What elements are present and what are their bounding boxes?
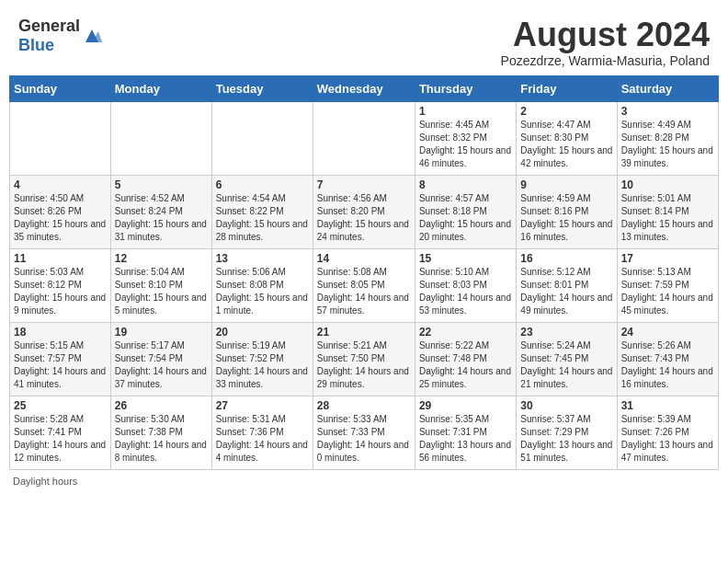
table-row: 4Sunrise: 4:50 AMSunset: 8:26 PMDaylight… bbox=[10, 175, 111, 248]
day-number: 11 bbox=[14, 252, 107, 265]
table-row: 21Sunrise: 5:21 AMSunset: 7:50 PMDayligh… bbox=[313, 322, 415, 396]
month-year-title: August 2024 bbox=[501, 17, 710, 53]
calendar-day-header: Tuesday bbox=[211, 75, 313, 101]
day-number: 3 bbox=[621, 105, 714, 118]
table-row: 29Sunrise: 5:35 AMSunset: 7:31 PMDayligh… bbox=[415, 396, 516, 469]
day-number: 20 bbox=[216, 326, 309, 339]
table-row: 5Sunrise: 4:52 AMSunset: 8:24 PMDaylight… bbox=[110, 175, 211, 248]
table-row: 17Sunrise: 5:13 AMSunset: 7:59 PMDayligh… bbox=[617, 248, 718, 322]
day-info: Sunrise: 5:01 AMSunset: 8:14 PMDaylight:… bbox=[621, 192, 714, 244]
day-number: 17 bbox=[621, 252, 714, 265]
calendar-week-row: 18Sunrise: 5:15 AMSunset: 7:57 PMDayligh… bbox=[10, 322, 719, 396]
day-number: 24 bbox=[621, 326, 714, 339]
day-number: 19 bbox=[115, 326, 208, 339]
day-number: 12 bbox=[115, 252, 208, 265]
day-info: Sunrise: 5:26 AMSunset: 7:43 PMDaylight:… bbox=[621, 339, 714, 391]
page-header: General Blue August 2024 Pozezdrze, Warm… bbox=[9, 9, 719, 72]
day-info: Sunrise: 5:04 AMSunset: 8:10 PMDaylight:… bbox=[115, 266, 208, 317]
day-number: 22 bbox=[419, 326, 512, 339]
day-number: 16 bbox=[520, 252, 612, 265]
day-info: Sunrise: 5:21 AMSunset: 7:50 PMDaylight:… bbox=[317, 339, 411, 391]
day-info: Sunrise: 5:08 AMSunset: 8:05 PMDaylight:… bbox=[317, 266, 411, 317]
table-row: 25Sunrise: 5:28 AMSunset: 7:41 PMDayligh… bbox=[10, 396, 111, 469]
calendar-day-header: Thursday bbox=[415, 75, 516, 101]
day-info: Sunrise: 4:45 AMSunset: 8:32 PMDaylight:… bbox=[419, 119, 512, 170]
calendar-day-header: Sunday bbox=[10, 75, 111, 101]
day-info: Sunrise: 5:30 AMSunset: 7:38 PMDaylight:… bbox=[115, 413, 208, 465]
day-info: Sunrise: 5:15 AMSunset: 7:57 PMDaylight:… bbox=[14, 339, 107, 391]
table-row bbox=[313, 101, 415, 175]
day-info: Sunrise: 4:49 AMSunset: 8:28 PMDaylight:… bbox=[621, 119, 714, 170]
day-info: Sunrise: 5:39 AMSunset: 7:26 PMDaylight:… bbox=[621, 413, 714, 465]
table-row: 22Sunrise: 5:22 AMSunset: 7:48 PMDayligh… bbox=[415, 322, 516, 396]
table-row: 27Sunrise: 5:31 AMSunset: 7:36 PMDayligh… bbox=[211, 396, 313, 469]
table-row: 23Sunrise: 5:24 AMSunset: 7:45 PMDayligh… bbox=[517, 322, 617, 396]
calendar-week-row: 4Sunrise: 4:50 AMSunset: 8:26 PMDaylight… bbox=[10, 175, 719, 248]
day-number: 4 bbox=[14, 178, 107, 191]
calendar-day-header: Saturday bbox=[617, 75, 718, 101]
calendar-week-row: 1Sunrise: 4:45 AMSunset: 8:32 PMDaylight… bbox=[10, 101, 719, 175]
location-subtitle: Pozezdrze, Warmia-Masuria, Poland bbox=[501, 53, 710, 68]
calendar-day-header: Monday bbox=[110, 75, 211, 101]
day-info: Sunrise: 5:37 AMSunset: 7:29 PMDaylight:… bbox=[520, 413, 612, 465]
logo-general: General bbox=[18, 17, 80, 35]
table-row: 31Sunrise: 5:39 AMSunset: 7:26 PMDayligh… bbox=[617, 396, 718, 469]
table-row: 2Sunrise: 4:47 AMSunset: 8:30 PMDaylight… bbox=[517, 101, 617, 175]
day-number: 1 bbox=[419, 105, 512, 118]
calendar-week-row: 11Sunrise: 5:03 AMSunset: 8:12 PMDayligh… bbox=[10, 248, 719, 322]
day-info: Sunrise: 5:12 AMSunset: 8:01 PMDaylight:… bbox=[520, 266, 612, 317]
table-row: 16Sunrise: 5:12 AMSunset: 8:01 PMDayligh… bbox=[517, 248, 617, 322]
day-number: 21 bbox=[317, 326, 411, 339]
day-info: Sunrise: 5:10 AMSunset: 8:03 PMDaylight:… bbox=[419, 266, 512, 317]
table-row: 24Sunrise: 5:26 AMSunset: 7:43 PMDayligh… bbox=[617, 322, 718, 396]
calendar-day-header: Friday bbox=[517, 75, 617, 101]
table-row: 20Sunrise: 5:19 AMSunset: 7:52 PMDayligh… bbox=[211, 322, 313, 396]
table-row: 30Sunrise: 5:37 AMSunset: 7:29 PMDayligh… bbox=[517, 396, 617, 469]
day-info: Sunrise: 5:03 AMSunset: 8:12 PMDaylight:… bbox=[14, 266, 107, 317]
calendar-header-row: SundayMondayTuesdayWednesdayThursdayFrid… bbox=[10, 75, 719, 101]
table-row: 3Sunrise: 4:49 AMSunset: 8:28 PMDaylight… bbox=[617, 101, 718, 175]
day-number: 13 bbox=[216, 252, 309, 265]
day-number: 10 bbox=[621, 178, 714, 191]
title-area: August 2024 Pozezdrze, Warmia-Masuria, P… bbox=[501, 17, 710, 68]
day-info: Sunrise: 4:47 AMSunset: 8:30 PMDaylight:… bbox=[520, 119, 612, 170]
table-row: 9Sunrise: 4:59 AMSunset: 8:16 PMDaylight… bbox=[517, 175, 617, 248]
logo-icon bbox=[82, 26, 102, 46]
table-row: 13Sunrise: 5:06 AMSunset: 8:08 PMDayligh… bbox=[211, 248, 313, 322]
day-info: Sunrise: 4:52 AMSunset: 8:24 PMDaylight:… bbox=[115, 192, 208, 244]
calendar-day-header: Wednesday bbox=[313, 75, 415, 101]
footer: Daylight hours bbox=[9, 476, 719, 487]
logo: General Blue bbox=[18, 17, 102, 55]
day-number: 18 bbox=[14, 326, 107, 339]
day-number: 14 bbox=[317, 252, 411, 265]
calendar-table: SundayMondayTuesdayWednesdayThursdayFrid… bbox=[9, 75, 719, 470]
table-row: 28Sunrise: 5:33 AMSunset: 7:33 PMDayligh… bbox=[313, 396, 415, 469]
day-info: Sunrise: 5:22 AMSunset: 7:48 PMDaylight:… bbox=[419, 339, 512, 391]
day-info: Sunrise: 5:33 AMSunset: 7:33 PMDaylight:… bbox=[317, 413, 411, 465]
day-info: Sunrise: 5:28 AMSunset: 7:41 PMDaylight:… bbox=[14, 413, 107, 465]
day-number: 25 bbox=[14, 399, 107, 412]
day-info: Sunrise: 4:50 AMSunset: 8:26 PMDaylight:… bbox=[14, 192, 107, 244]
table-row: 19Sunrise: 5:17 AMSunset: 7:54 PMDayligh… bbox=[110, 322, 211, 396]
day-number: 9 bbox=[520, 178, 612, 191]
day-info: Sunrise: 4:54 AMSunset: 8:22 PMDaylight:… bbox=[216, 192, 309, 244]
calendar-week-row: 25Sunrise: 5:28 AMSunset: 7:41 PMDayligh… bbox=[10, 396, 719, 469]
day-info: Sunrise: 5:35 AMSunset: 7:31 PMDaylight:… bbox=[419, 413, 512, 465]
table-row: 18Sunrise: 5:15 AMSunset: 7:57 PMDayligh… bbox=[10, 322, 111, 396]
table-row: 14Sunrise: 5:08 AMSunset: 8:05 PMDayligh… bbox=[313, 248, 415, 322]
day-info: Sunrise: 5:31 AMSunset: 7:36 PMDaylight:… bbox=[216, 413, 309, 465]
table-row: 11Sunrise: 5:03 AMSunset: 8:12 PMDayligh… bbox=[10, 248, 111, 322]
day-info: Sunrise: 5:17 AMSunset: 7:54 PMDaylight:… bbox=[115, 339, 208, 391]
day-info: Sunrise: 5:19 AMSunset: 7:52 PMDaylight:… bbox=[216, 339, 309, 391]
day-number: 26 bbox=[115, 399, 208, 412]
day-number: 15 bbox=[419, 252, 512, 265]
daylight-hours-label: Daylight hours bbox=[13, 476, 77, 487]
day-number: 31 bbox=[621, 399, 714, 412]
table-row: 15Sunrise: 5:10 AMSunset: 8:03 PMDayligh… bbox=[415, 248, 516, 322]
table-row bbox=[10, 101, 111, 175]
day-info: Sunrise: 4:59 AMSunset: 8:16 PMDaylight:… bbox=[520, 192, 612, 244]
logo-blue: Blue bbox=[18, 36, 54, 54]
day-number: 30 bbox=[520, 399, 612, 412]
day-info: Sunrise: 5:06 AMSunset: 8:08 PMDaylight:… bbox=[216, 266, 309, 317]
day-number: 7 bbox=[317, 178, 411, 191]
